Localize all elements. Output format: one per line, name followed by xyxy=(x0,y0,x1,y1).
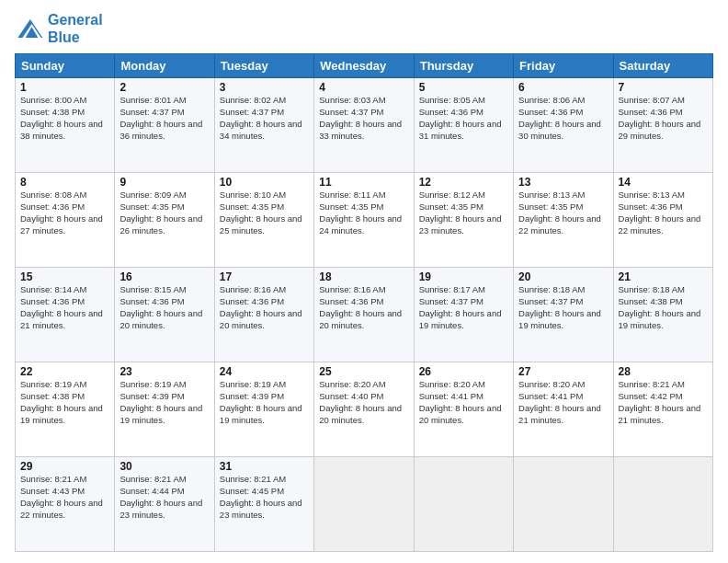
day-detail: Sunrise: 8:18 AMSunset: 4:37 PMDaylight:… xyxy=(518,284,608,331)
day-number: 7 xyxy=(619,81,708,94)
day-number: 21 xyxy=(619,270,708,283)
page: General Blue SundayMondayTuesdayWednesda… xyxy=(0,0,728,563)
calendar-cell: 5Sunrise: 8:05 AMSunset: 4:36 PMDaylight… xyxy=(414,78,513,173)
day-number: 12 xyxy=(419,176,508,189)
calendar-cell: 26Sunrise: 8:20 AMSunset: 4:41 PMDayligh… xyxy=(414,362,513,457)
calendar-cell: 15Sunrise: 8:14 AMSunset: 4:36 PMDayligh… xyxy=(16,268,115,362)
day-detail: Sunrise: 8:19 AMSunset: 4:38 PMDaylight:… xyxy=(20,379,109,426)
calendar-cell xyxy=(613,457,712,552)
day-detail: Sunrise: 8:20 AMSunset: 4:41 PMDaylight:… xyxy=(419,379,508,426)
day-detail: Sunrise: 8:10 AMSunset: 4:35 PMDaylight:… xyxy=(220,190,309,236)
day-number: 11 xyxy=(319,176,408,189)
weekday-header-friday: Friday xyxy=(514,54,613,78)
day-number: 25 xyxy=(319,365,408,378)
weekday-header-monday: Monday xyxy=(115,54,214,78)
day-detail: Sunrise: 8:13 AMSunset: 4:36 PMDaylight:… xyxy=(619,190,708,236)
weekday-header-sunday: Sunday xyxy=(16,54,115,78)
day-detail: Sunrise: 8:19 AMSunset: 4:39 PMDaylight:… xyxy=(119,379,209,426)
day-number: 6 xyxy=(518,81,608,94)
calendar-cell xyxy=(414,457,513,552)
calendar-cell: 14Sunrise: 8:13 AMSunset: 4:36 PMDayligh… xyxy=(613,173,712,268)
day-number: 13 xyxy=(518,176,608,189)
day-number: 9 xyxy=(119,176,209,189)
day-number: 23 xyxy=(119,365,209,378)
day-number: 14 xyxy=(619,176,708,189)
day-number: 10 xyxy=(220,176,309,189)
day-number: 2 xyxy=(119,81,209,94)
header: General Blue xyxy=(15,11,713,46)
day-detail: Sunrise: 8:14 AMSunset: 4:36 PMDaylight:… xyxy=(20,284,109,331)
calendar-cell: 10Sunrise: 8:10 AMSunset: 4:35 PMDayligh… xyxy=(214,173,313,268)
weekday-header-wednesday: Wednesday xyxy=(314,54,414,78)
calendar-cell: 11Sunrise: 8:11 AMSunset: 4:35 PMDayligh… xyxy=(314,173,414,268)
calendar-week-1: 1Sunrise: 8:00 AMSunset: 4:38 PMDaylight… xyxy=(16,78,713,173)
calendar-cell: 16Sunrise: 8:15 AMSunset: 4:36 PMDayligh… xyxy=(115,268,214,362)
calendar-cell: 27Sunrise: 8:20 AMSunset: 4:41 PMDayligh… xyxy=(514,362,613,457)
calendar-cell: 30Sunrise: 8:21 AMSunset: 4:44 PMDayligh… xyxy=(115,457,214,552)
calendar-cell: 20Sunrise: 8:18 AMSunset: 4:37 PMDayligh… xyxy=(514,268,613,362)
day-detail: Sunrise: 8:03 AMSunset: 4:37 PMDaylight:… xyxy=(319,95,408,142)
day-detail: Sunrise: 8:21 AMSunset: 4:42 PMDaylight:… xyxy=(619,379,708,426)
day-number: 24 xyxy=(220,365,309,378)
calendar-cell: 29Sunrise: 8:21 AMSunset: 4:43 PMDayligh… xyxy=(16,457,115,552)
calendar-cell: 24Sunrise: 8:19 AMSunset: 4:39 PMDayligh… xyxy=(214,362,313,457)
day-detail: Sunrise: 8:12 AMSunset: 4:35 PMDaylight:… xyxy=(419,190,508,236)
day-detail: Sunrise: 8:20 AMSunset: 4:41 PMDaylight:… xyxy=(518,379,608,426)
day-number: 3 xyxy=(220,81,309,94)
day-number: 17 xyxy=(220,270,309,283)
day-detail: Sunrise: 8:13 AMSunset: 4:35 PMDaylight:… xyxy=(518,190,608,236)
day-detail: Sunrise: 8:02 AMSunset: 4:37 PMDaylight:… xyxy=(220,95,309,142)
logo-icon xyxy=(15,16,44,41)
day-detail: Sunrise: 8:18 AMSunset: 4:38 PMDaylight:… xyxy=(619,284,708,331)
day-number: 29 xyxy=(20,460,109,473)
day-number: 28 xyxy=(619,365,708,378)
calendar-cell: 19Sunrise: 8:17 AMSunset: 4:37 PMDayligh… xyxy=(414,268,513,362)
day-number: 18 xyxy=(319,270,408,283)
calendar-cell: 18Sunrise: 8:16 AMSunset: 4:36 PMDayligh… xyxy=(314,268,414,362)
day-detail: Sunrise: 8:05 AMSunset: 4:36 PMDaylight:… xyxy=(419,95,508,142)
calendar-cell: 1Sunrise: 8:00 AMSunset: 4:38 PMDaylight… xyxy=(16,78,115,173)
calendar-cell: 17Sunrise: 8:16 AMSunset: 4:36 PMDayligh… xyxy=(214,268,313,362)
calendar-week-3: 15Sunrise: 8:14 AMSunset: 4:36 PMDayligh… xyxy=(16,268,713,362)
day-detail: Sunrise: 8:01 AMSunset: 4:37 PMDaylight:… xyxy=(119,95,209,142)
day-detail: Sunrise: 8:21 AMSunset: 4:43 PMDaylight:… xyxy=(20,474,109,521)
day-number: 22 xyxy=(20,365,109,378)
weekday-header-tuesday: Tuesday xyxy=(214,54,313,78)
day-detail: Sunrise: 8:11 AMSunset: 4:35 PMDaylight:… xyxy=(319,190,408,236)
day-detail: Sunrise: 8:20 AMSunset: 4:40 PMDaylight:… xyxy=(319,379,408,426)
calendar-table: SundayMondayTuesdayWednesdayThursdayFrid… xyxy=(15,53,713,552)
calendar-cell: 21Sunrise: 8:18 AMSunset: 4:38 PMDayligh… xyxy=(613,268,712,362)
day-number: 30 xyxy=(119,460,209,473)
day-number: 27 xyxy=(518,365,608,378)
calendar-cell: 9Sunrise: 8:09 AMSunset: 4:35 PMDaylight… xyxy=(115,173,214,268)
day-number: 8 xyxy=(20,176,109,189)
calendar-cell: 6Sunrise: 8:06 AMSunset: 4:36 PMDaylight… xyxy=(514,78,613,173)
day-detail: Sunrise: 8:16 AMSunset: 4:36 PMDaylight:… xyxy=(220,284,309,331)
calendar-cell: 8Sunrise: 8:08 AMSunset: 4:36 PMDaylight… xyxy=(16,173,115,268)
day-detail: Sunrise: 8:19 AMSunset: 4:39 PMDaylight:… xyxy=(220,379,309,426)
logo-text: General Blue xyxy=(48,11,103,46)
weekday-header-thursday: Thursday xyxy=(414,54,513,78)
day-number: 16 xyxy=(119,270,209,283)
calendar-cell: 3Sunrise: 8:02 AMSunset: 4:37 PMDaylight… xyxy=(214,78,313,173)
day-number: 19 xyxy=(419,270,508,283)
day-detail: Sunrise: 8:00 AMSunset: 4:38 PMDaylight:… xyxy=(20,95,109,142)
calendar-cell: 4Sunrise: 8:03 AMSunset: 4:37 PMDaylight… xyxy=(314,78,414,173)
day-detail: Sunrise: 8:06 AMSunset: 4:36 PMDaylight:… xyxy=(518,95,608,142)
day-detail: Sunrise: 8:17 AMSunset: 4:37 PMDaylight:… xyxy=(419,284,508,331)
day-number: 4 xyxy=(319,81,408,94)
day-detail: Sunrise: 8:15 AMSunset: 4:36 PMDaylight:… xyxy=(119,284,209,331)
calendar-week-5: 29Sunrise: 8:21 AMSunset: 4:43 PMDayligh… xyxy=(16,457,713,552)
calendar-week-4: 22Sunrise: 8:19 AMSunset: 4:38 PMDayligh… xyxy=(16,362,713,457)
calendar-cell: 31Sunrise: 8:21 AMSunset: 4:45 PMDayligh… xyxy=(214,457,313,552)
calendar-cell xyxy=(514,457,613,552)
day-detail: Sunrise: 8:09 AMSunset: 4:35 PMDaylight:… xyxy=(119,190,209,236)
calendar-cell: 7Sunrise: 8:07 AMSunset: 4:36 PMDaylight… xyxy=(613,78,712,173)
day-number: 31 xyxy=(220,460,309,473)
calendar-cell: 12Sunrise: 8:12 AMSunset: 4:35 PMDayligh… xyxy=(414,173,513,268)
day-number: 26 xyxy=(419,365,508,378)
logo: General Blue xyxy=(15,11,103,46)
day-detail: Sunrise: 8:07 AMSunset: 4:36 PMDaylight:… xyxy=(619,95,708,142)
day-number: 1 xyxy=(20,81,109,94)
calendar-cell: 23Sunrise: 8:19 AMSunset: 4:39 PMDayligh… xyxy=(115,362,214,457)
